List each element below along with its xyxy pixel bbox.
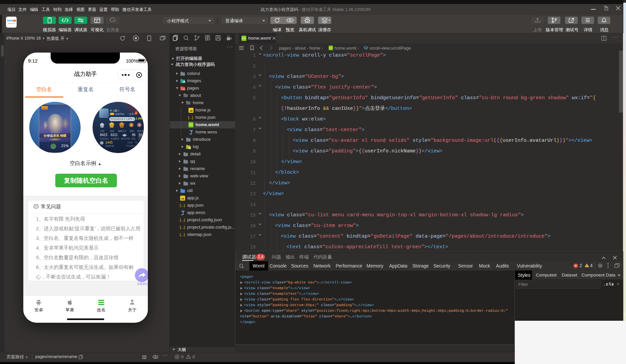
svg-text:{..}: {..} (180, 233, 185, 237)
svg-text:{..}: {..} (188, 116, 193, 120)
svg-text:JS: JS (181, 197, 184, 200)
svg-text:{..}: {..} (180, 218, 185, 222)
svg-text:!: ! (586, 265, 587, 268)
svg-text:{..}: {..} (180, 204, 185, 208)
svg-text:{..}: {..} (180, 226, 185, 230)
svg-text:JS: JS (189, 109, 193, 112)
